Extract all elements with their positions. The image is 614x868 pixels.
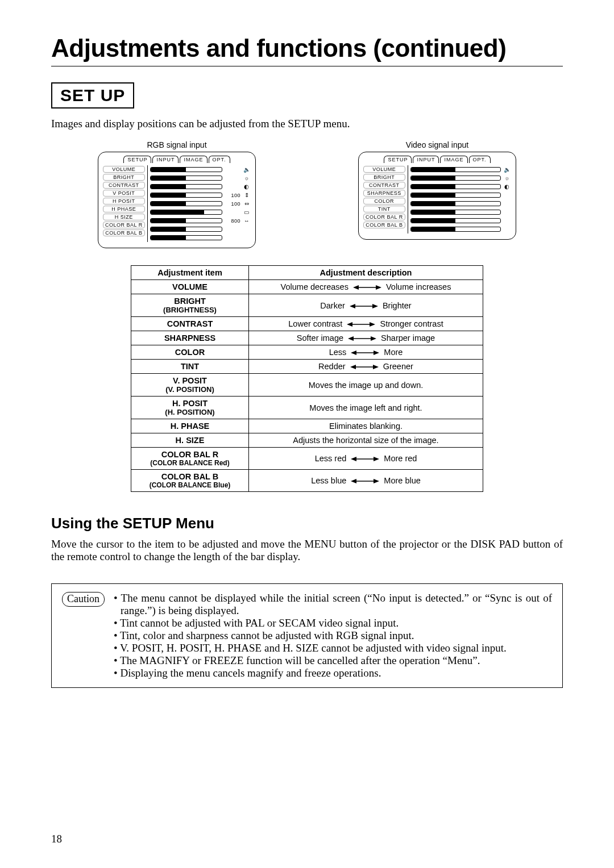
page-title: Adjustments and functions (continued) <box>51 34 563 62</box>
osd-bar-icon: ☼ <box>503 175 511 181</box>
table-item-name: BRIGHT(BRIGHTNESS) <box>131 294 249 317</box>
osd-item-label: VOLUME <box>363 166 405 173</box>
caution-item: The MAGNIFY or FREEZE function will be c… <box>114 654 552 667</box>
osd-item-label: COLOR <box>363 198 405 205</box>
osd-tab: OPT. <box>469 156 491 163</box>
table-item-name: TINT <box>131 360 249 374</box>
osd-bar-icon: ▭ <box>243 209 251 215</box>
caution-item: Tint cannot be adjusted with PAL or SECA… <box>114 617 552 629</box>
svg-marker-22 <box>351 479 356 483</box>
table-item-desc: Darker Brighter <box>249 294 483 317</box>
osd-item-label: CONTRAST <box>103 182 145 189</box>
osd-item-label: H POSIT <box>103 198 145 205</box>
title-rule <box>51 66 563 66</box>
table-item-name: COLOR BAL R(COLOR BALANCE Red) <box>131 448 249 470</box>
caution-box: Caution The menu cannot be displayed whi… <box>51 583 563 688</box>
osd-tab: SETUP <box>384 156 412 163</box>
osd-screenshots: RGB signal input SETUPINPUTIMAGEOPT.VOLU… <box>51 140 563 248</box>
caution-item: V. POSIT, H. POSIT, H. PHASE and H. SIZE… <box>114 642 552 654</box>
osd-tab: IMAGE <box>180 156 207 163</box>
setup-heading: SET UP <box>51 82 134 108</box>
table-item-desc: Eliminates blanking. <box>249 419 483 433</box>
svg-marker-4 <box>350 304 355 308</box>
table-item-name: VOLUME <box>131 280 249 294</box>
svg-marker-1 <box>353 285 359 290</box>
setup-intro: Images and display positions can be adju… <box>51 118 563 130</box>
osd-tab: INPUT <box>152 156 179 163</box>
double-arrow-icon <box>348 335 376 342</box>
osd-tab: OPT. <box>209 156 230 163</box>
svg-marker-13 <box>351 350 356 355</box>
svg-marker-14 <box>374 350 379 355</box>
caution-item: Tint, color and sharpness cannot be adju… <box>114 629 552 642</box>
caution-item: The menu cannot be displayed while the i… <box>114 592 552 617</box>
osd-caption-video: Video signal input <box>358 140 516 149</box>
osd-item-label: COLOR BAL B <box>363 222 405 228</box>
osd-item-label: CONTRAST <box>363 182 405 189</box>
osd-bar-icon: ↔ <box>243 218 251 224</box>
page-number: 18 <box>51 833 62 845</box>
table-item-name: H. PHASE <box>131 419 249 433</box>
table-item-desc: Less red More red <box>249 448 483 470</box>
osd-tab: SETUP <box>123 156 151 163</box>
table-item-desc: Moves the image left and right. <box>249 397 483 419</box>
svg-marker-16 <box>350 365 356 369</box>
table-item-desc: Less blue More blue <box>249 470 483 492</box>
osd-bar-icon: ⇕ <box>243 192 251 198</box>
osd-tab: IMAGE <box>440 156 467 163</box>
osd-caption-rgb: RGB signal input <box>98 140 256 149</box>
table-item-name: H. POSIT(H. POSITION) <box>131 397 249 419</box>
osd-item-label: TINT <box>363 206 405 212</box>
double-arrow-icon <box>347 321 375 328</box>
table-item-desc: Lower contrast Stronger contrast <box>249 317 483 331</box>
svg-marker-23 <box>374 479 379 483</box>
osd-item-label: COLOR BAL B <box>103 229 145 236</box>
double-arrow-icon <box>353 284 381 291</box>
osd-bar-icon: 🔈 <box>243 166 251 173</box>
osd-bar-value: 800 <box>225 218 240 224</box>
table-item-desc: Redder Greener <box>249 360 483 374</box>
double-arrow-icon <box>350 364 379 370</box>
double-arrow-icon <box>351 478 379 485</box>
osd-panel-video: SETUPINPUTIMAGEOPT.VOLUMEBRIGHTCONTRASTS… <box>358 152 516 240</box>
osd-bar-value: 100 <box>225 193 240 198</box>
svg-marker-19 <box>351 457 356 461</box>
svg-marker-5 <box>372 304 378 308</box>
svg-marker-8 <box>370 322 375 327</box>
osd-bar-icon: ☼ <box>243 175 251 181</box>
osd-item-label: COLOR BAL R <box>103 222 145 228</box>
table-item-desc: Softer image Sharper image <box>249 331 483 345</box>
osd-item-label: H SIZE <box>103 214 145 220</box>
osd-bar-value: 100 <box>225 201 240 207</box>
table-item-name: SHARPNESS <box>131 331 249 345</box>
table-item-name: COLOR BAL B(COLOR BALANCE Blue) <box>131 470 249 492</box>
using-paragraph: Move the cursor to the item to be adjust… <box>51 538 563 563</box>
table-item-desc: Less More <box>249 345 483 360</box>
caution-label: Caution <box>62 592 105 607</box>
osd-panel-rgb: SETUPINPUTIMAGEOPT.VOLUMEBRIGHTCONTRASTV… <box>98 152 256 248</box>
table-head-desc: Adjustment description <box>249 266 483 280</box>
svg-marker-11 <box>371 336 376 341</box>
adjustment-table: Adjustment itemAdjustment descriptionVOL… <box>131 265 483 492</box>
table-item-desc: Volume decreases Volume increases <box>249 280 483 294</box>
osd-bar-icon: ◐ <box>503 183 511 190</box>
osd-bar-icon: ◐ <box>243 183 251 190</box>
svg-marker-20 <box>374 457 379 461</box>
table-item-name: H. SIZE <box>131 433 249 448</box>
osd-item-label: VOLUME <box>103 166 145 173</box>
svg-marker-17 <box>373 365 379 369</box>
osd-bar-icon: ⇔ <box>243 201 251 207</box>
table-item-desc: Adjusts the horizontal size of the image… <box>249 433 483 448</box>
table-item-name: COLOR <box>131 345 249 360</box>
osd-item-label: H PHASE <box>103 206 145 212</box>
osd-bar-icon: 🔈 <box>503 166 511 173</box>
osd-item-label: SHARPNESS <box>363 190 405 197</box>
table-head-item: Adjustment item <box>131 266 249 280</box>
caution-item: Displaying the menu cancels magnify and … <box>114 667 552 679</box>
table-item-desc: Moves the image up and down. <box>249 374 483 397</box>
svg-marker-2 <box>376 285 381 290</box>
double-arrow-icon <box>350 303 378 310</box>
osd-tab: INPUT <box>413 156 439 163</box>
table-item-name: V. POSIT(V. POSITION) <box>131 374 249 397</box>
table-item-name: CONTRAST <box>131 317 249 331</box>
